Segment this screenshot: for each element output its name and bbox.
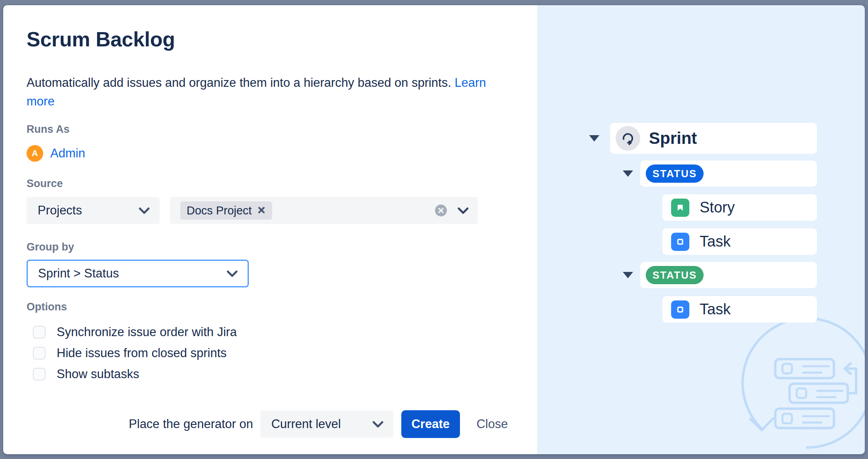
option-show-subtasks[interactable]: Show subtasks <box>33 367 139 382</box>
dialog-footer: Place the generator on Current level Cre… <box>129 410 508 438</box>
group-by-label: Group by <box>27 240 74 254</box>
placement-label: Place the generator on <box>129 417 253 431</box>
runs-as-row: A Admin <box>27 144 85 163</box>
checkbox-sync-order[interactable] <box>33 326 46 339</box>
source-projects-multiselect[interactable]: Docs Project <box>170 197 478 224</box>
close-icon[interactable] <box>257 204 266 217</box>
preview-row-sprint: Sprint <box>589 123 817 154</box>
collapse-triangle-icon[interactable] <box>589 135 599 142</box>
avatar-initial: A <box>32 148 38 159</box>
runs-as-label: Runs As <box>27 122 70 136</box>
checkbox-hide-closed[interactable] <box>33 347 46 360</box>
avatar: A <box>27 145 43 162</box>
options-label: Options <box>27 300 67 314</box>
story-icon <box>671 199 689 217</box>
option-sync-order[interactable]: Synchronize issue order with Jira <box>33 325 237 340</box>
issue-row-label: Story <box>700 199 735 216</box>
source-type-value: Projects <box>38 203 82 218</box>
status-card: STATUS <box>640 161 817 187</box>
placement-select[interactable]: Current level <box>260 411 393 438</box>
collapse-triangle-icon[interactable] <box>623 170 633 177</box>
description-text: Automatically add issues and organize th… <box>27 73 490 111</box>
task-card: Task <box>662 228 817 255</box>
close-button[interactable]: Close <box>477 417 508 431</box>
preview-row-task: Task <box>662 296 817 323</box>
placement-value: Current level <box>271 417 341 431</box>
runs-as-user-link[interactable]: Admin <box>50 146 85 161</box>
sprint-cycle-illustration <box>725 304 865 454</box>
option-hide-closed[interactable]: Hide issues from closed sprints <box>33 346 227 361</box>
page-title: Scrum Backlog <box>27 27 175 52</box>
sprint-card: Sprint <box>610 123 817 154</box>
task-icon <box>671 233 689 251</box>
task-card: Task <box>662 296 817 323</box>
option-label: Show subtasks <box>57 367 139 381</box>
create-button[interactable]: Create <box>401 410 460 438</box>
project-tag-label: Docs Project <box>187 204 252 217</box>
sprint-icon <box>616 126 640 151</box>
story-card: Story <box>662 194 817 221</box>
group-by-select[interactable]: Sprint > Status <box>27 260 249 287</box>
status-badge-green: STATUS <box>646 266 704 284</box>
chevron-down-icon <box>372 417 384 431</box>
description-body: Automatically add issues and organize th… <box>27 76 451 90</box>
group-by-value: Sprint > Status <box>38 266 119 281</box>
sprint-row-label: Sprint <box>649 129 697 148</box>
project-tag: Docs Project <box>180 201 272 220</box>
chevron-down-icon <box>138 203 150 218</box>
chevron-down-icon <box>226 266 238 281</box>
status-card: STATUS <box>640 262 817 288</box>
hierarchy-preview-panel: Sprint STATUS Story <box>537 5 865 454</box>
collapse-triangle-icon[interactable] <box>623 272 633 278</box>
option-label: Synchronize issue order with Jira <box>57 325 237 339</box>
generator-dialog: Scrum Backlog Automatically add issues a… <box>3 5 865 454</box>
settings-panel: Scrum Backlog Automatically add issues a… <box>3 5 537 454</box>
preview-row-status-blue: STATUS <box>623 161 817 187</box>
source-label: Source <box>27 177 63 190</box>
preview-row-task: Task <box>662 228 817 255</box>
issue-row-label: Task <box>700 233 731 250</box>
issue-row-label: Task <box>700 301 731 318</box>
checkbox-show-subtasks[interactable] <box>33 368 46 381</box>
clear-circle-icon[interactable] <box>435 205 447 216</box>
status-badge-blue: STATUS <box>646 164 704 183</box>
option-label: Hide issues from closed sprints <box>57 346 227 360</box>
chevron-down-icon <box>457 203 469 218</box>
preview-row-story: Story <box>662 194 817 221</box>
source-type-select[interactable]: Projects <box>27 197 160 224</box>
task-icon <box>671 300 689 319</box>
preview-row-status-green: STATUS <box>623 262 817 288</box>
